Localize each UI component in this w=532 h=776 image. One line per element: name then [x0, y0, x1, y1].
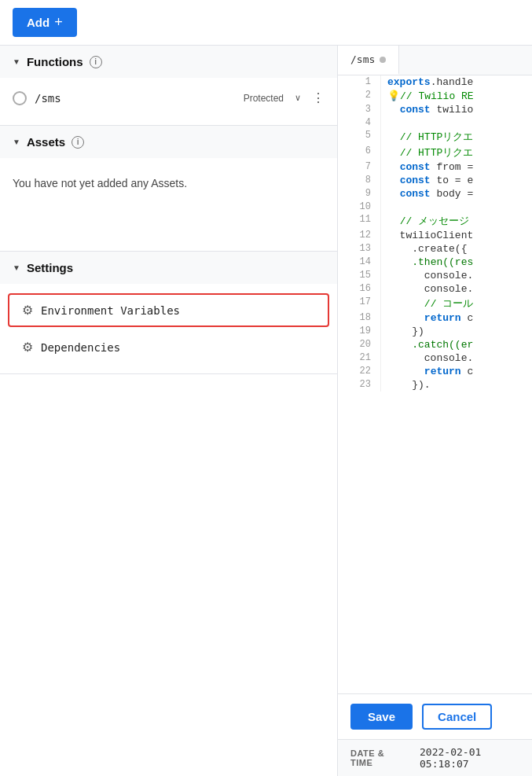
save-bar: Save Cancel [338, 693, 532, 739]
env-vars-gear-icon: ⚙ [22, 303, 33, 318]
code-line-6: 6 // HTTPリクエ [338, 145, 532, 160]
settings-chevron-icon: ▼ [13, 263, 20, 272]
code-lines: 1 exports.handle 2 💡// Twilio RE 3 const… [338, 75, 532, 392]
assets-content: You have not yet added any Assets. [0, 158, 337, 208]
code-line-15: 15 console. [338, 269, 532, 282]
functions-content: /sms Protected ∨ ⋮ [0, 78, 337, 125]
save-button[interactable]: Save [350, 704, 413, 730]
function-name: /sms [35, 92, 236, 105]
code-area[interactable]: 1 exports.handle 2 💡// Twilio RE 3 const… [338, 75, 532, 693]
dependencies-label: Dependencies [41, 341, 120, 354]
add-label: Add [27, 16, 50, 29]
code-line-2: 2 💡// Twilio RE [338, 89, 532, 103]
code-line-7: 7 const from = [338, 160, 532, 174]
env-vars-label: Environment Variables [41, 304, 180, 317]
function-item-sms[interactable]: /sms Protected ∨ ⋮ [0, 84, 337, 112]
function-radio-icon [13, 91, 27, 105]
code-line-9: 9 const body = [338, 187, 532, 200]
code-line-4: 4 [338, 116, 532, 129]
code-line-13: 13 .create({ [338, 242, 532, 256]
functions-info-icon: i [90, 56, 102, 68]
functions-section: ▼ Functions i /sms Protected ∨ ⋮ [0, 46, 337, 126]
log-value: 2022-02-01 05:18:07 [420, 746, 519, 770]
settings-section-header: ▼ Settings [0, 252, 337, 284]
sidebar: ▼ Functions i /sms Protected ∨ ⋮ ▼ Asset… [0, 46, 338, 776]
code-line-18: 18 return c [338, 311, 532, 325]
code-line-19: 19 }) [338, 325, 532, 338]
code-line-12: 12 twilioClient [338, 229, 532, 242]
settings-content: ⚙ Environment Variables ⚙ Dependencies [0, 284, 337, 373]
tab-sms[interactable]: /sms [338, 46, 399, 75]
code-panel: /sms 1 exports.handle 2 💡// Twilio RE 3 … [338, 46, 532, 776]
assets-info-icon: i [72, 136, 84, 149]
assets-empty-message: You have not yet added any Assets. [0, 164, 337, 202]
code-line-22: 22 return c [338, 365, 532, 378]
add-button[interactable]: Add + [13, 8, 77, 37]
log-bar: DATE & TIME 2022-02-01 05:18:07 [338, 739, 532, 776]
assets-section-header: ▼ Assets i [0, 126, 337, 158]
assets-chevron-icon: ▼ [13, 138, 20, 146]
code-line-5: 5 // HTTPリクエ [338, 129, 532, 145]
code-line-17: 17 // コール [338, 296, 532, 311]
settings-section: ▼ Settings ⚙ Environment Variables ⚙ Dep… [0, 252, 337, 374]
code-line-16: 16 console. [338, 282, 532, 296]
settings-item-dependencies[interactable]: ⚙ Dependencies [8, 330, 329, 364]
code-line-1: 1 exports.handle [338, 75, 532, 89]
tab-dot-icon [380, 57, 386, 63]
assets-section: ▼ Assets i You have not yet added any As… [0, 126, 337, 252]
code-line-3: 3 const twilio [338, 103, 532, 116]
cancel-button[interactable]: Cancel [422, 704, 492, 730]
tab-bar: /sms [338, 46, 532, 75]
plus-icon: + [54, 14, 63, 31]
code-line-23: 23 }). [338, 378, 532, 392]
settings-title: Settings [27, 261, 73, 274]
functions-title: Functions [27, 55, 83, 68]
code-line-14: 14 .then((res [338, 256, 532, 269]
function-chevron-down-icon[interactable]: ∨ [295, 93, 301, 103]
code-line-10: 10 [338, 200, 532, 213]
tab-sms-label: /sms [350, 53, 375, 65]
main-layout: ▼ Functions i /sms Protected ∨ ⋮ ▼ Asset… [0, 46, 532, 776]
function-more-menu-icon[interactable]: ⋮ [312, 90, 325, 105]
code-line-21: 21 console. [338, 351, 532, 365]
code-line-11: 11 // メッセージ [338, 213, 532, 229]
functions-chevron-icon: ▼ [13, 57, 20, 66]
assets-title: Assets [27, 135, 65, 149]
log-label: DATE & TIME [350, 748, 401, 767]
code-line-20: 20 .catch((er [338, 338, 532, 351]
function-status-badge: Protected [244, 93, 284, 104]
code-line-8: 8 const to = e [338, 174, 532, 187]
settings-item-env-vars[interactable]: ⚙ Environment Variables [8, 293, 329, 327]
functions-section-header: ▼ Functions i [0, 46, 337, 78]
dependencies-gear-icon: ⚙ [22, 340, 33, 355]
top-bar: Add + [0, 0, 532, 46]
